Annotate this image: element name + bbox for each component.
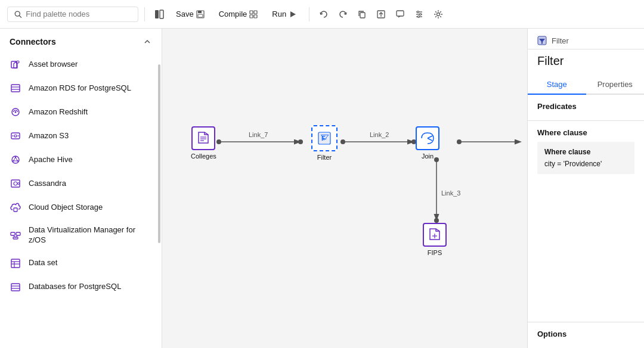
export-button[interactable] (373, 6, 389, 23)
gear-button[interactable] (430, 6, 447, 23)
canvas[interactable]: Link_7 Link_2 Link_3 Colleges (162, 29, 527, 348)
where-clause-box: Where clause city = 'Providence' (537, 142, 634, 174)
svg-rect-3 (160, 10, 163, 18)
compile-icon (249, 10, 258, 18)
sidebar-title: Connectors (10, 37, 56, 46)
node-colleges[interactable]: Colleges (191, 126, 216, 160)
sidebar-item-label-asset-browser: Asset browser (29, 60, 78, 70)
svg-point-61 (298, 139, 303, 144)
svg-text:Link_2: Link_2 (370, 131, 389, 138)
sidebar-item-amazon-redshift[interactable]: Amazon Redshift (0, 100, 162, 124)
where-clause-section: Where clause Where clause city = 'Provid… (528, 121, 644, 181)
svg-rect-44 (14, 208, 17, 212)
sidebar-item-label-cloud-object-storage: Cloud Object Storage (29, 203, 103, 213)
svg-rect-8 (254, 11, 257, 14)
amazon-s3-icon (10, 130, 21, 142)
node-filter-label: Filter (317, 154, 332, 161)
panel-toggle-button[interactable] (151, 6, 168, 23)
copy-button[interactable] (354, 6, 370, 23)
svg-point-19 (417, 11, 419, 13)
right-panel-tabs: Stage Properties (528, 75, 644, 95)
svg-rect-9 (250, 15, 253, 18)
run-button[interactable]: Run (266, 7, 303, 21)
databases-postgresql-icon (10, 281, 21, 293)
compile-button[interactable]: Compile (213, 7, 264, 21)
svg-rect-45 (11, 232, 15, 235)
predicates-title: Predicates (537, 102, 634, 111)
save-button[interactable]: Save (170, 7, 210, 21)
sidebar-item-data-set[interactable]: Data set (0, 251, 162, 275)
sidebar-items-list: Asset browser Amazon RDS for PostgreSQL (0, 52, 162, 348)
sidebar-item-amazon-rds[interactable]: Amazon RDS for PostgreSQL (0, 76, 162, 100)
settings-sliders-button[interactable] (411, 6, 428, 23)
sidebar-item-asset-browser[interactable]: Asset browser (0, 52, 162, 76)
save-icon (196, 10, 205, 18)
svg-rect-25 (11, 85, 20, 92)
svg-point-20 (420, 13, 422, 15)
apache-hive-icon (10, 154, 21, 166)
sidebar-item-cassandra[interactable]: Cassandra (0, 172, 162, 195)
svg-point-22 (437, 13, 440, 15)
svg-text:Link_7: Link_7 (249, 131, 268, 138)
svg-point-21 (418, 15, 420, 17)
svg-text:F: F (321, 135, 326, 142)
toolbar-divider-2 (309, 7, 309, 21)
cassandra-icon (10, 178, 21, 189)
sidebar: Connectors Asset browser (0, 29, 162, 348)
sidebar-item-apache-hive[interactable]: Apache Hive (0, 148, 162, 172)
amazon-redshift-icon (10, 106, 21, 118)
svg-line-39 (16, 157, 18, 161)
node-join-label: Join (422, 153, 434, 160)
collapse-icon[interactable] (143, 37, 152, 46)
sidebar-scrollbar[interactable] (158, 64, 160, 243)
right-panel-spacer (528, 181, 644, 322)
options-title: Options (537, 330, 634, 338)
node-fips-label: FIPS (428, 249, 442, 256)
where-clause-value: city = 'Providence' (544, 160, 627, 168)
where-clause-label: Where clause (544, 148, 627, 156)
right-panel-header-label: Filter (552, 36, 569, 45)
tab-stage[interactable]: Stage (528, 75, 586, 95)
svg-rect-12 (360, 13, 365, 18)
svg-point-29 (15, 111, 17, 113)
options-section: Options (528, 322, 644, 348)
sidebar-item-label-data-set: Data set (29, 258, 57, 268)
svg-marker-11 (290, 11, 296, 17)
svg-rect-6 (198, 14, 203, 17)
svg-rect-50 (11, 259, 20, 268)
sidebar-header: Connectors (0, 29, 162, 52)
sidebar-item-label-databases-postgresql: Databases for PostgreSQL (29, 282, 121, 292)
right-panel-filter-icon (537, 36, 547, 45)
node-fips[interactable]: FIPS (423, 223, 447, 256)
data-virt-manager-icon (10, 229, 21, 241)
svg-rect-2 (155, 10, 159, 18)
asset-browser-icon (10, 58, 21, 70)
svg-point-33 (18, 135, 19, 136)
comment-button[interactable] (392, 6, 408, 23)
search-bar[interactable] (7, 7, 138, 22)
svg-point-60 (216, 139, 221, 144)
right-panel-title: Filter (528, 49, 644, 75)
node-join[interactable]: Join (416, 126, 439, 160)
svg-line-38 (14, 157, 16, 161)
tab-properties[interactable]: Properties (586, 75, 645, 95)
where-clause-section-title: Where clause (537, 128, 634, 137)
sidebar-item-databases-postgresql[interactable]: Databases for PostgreSQL (0, 275, 162, 299)
sidebar-item-amazon-s3[interactable]: Amazon S3 (0, 124, 162, 148)
sidebar-item-data-virt-manager[interactable]: Data Virtualization Manager for z/OS (0, 219, 162, 251)
toolbar-divider-1 (144, 7, 145, 21)
node-filter[interactable]: F Filter (311, 125, 338, 161)
search-input[interactable] (26, 10, 132, 18)
sidebar-item-cloud-object-storage[interactable]: Cloud Object Storage (0, 195, 162, 219)
svg-rect-41 (11, 180, 20, 187)
svg-point-32 (13, 135, 14, 136)
redo-button[interactable] (335, 6, 351, 23)
svg-rect-5 (198, 11, 202, 13)
sidebar-item-label-amazon-redshift: Amazon Redshift (29, 107, 88, 117)
svg-point-67 (434, 218, 439, 223)
undo-button[interactable] (315, 6, 332, 23)
svg-rect-46 (16, 232, 20, 235)
svg-point-64 (457, 139, 462, 144)
sidebar-item-label-data-virt-manager: Data Virtualization Manager for z/OS (29, 225, 152, 246)
main-toolbar: Save Compile Run (0, 0, 644, 29)
